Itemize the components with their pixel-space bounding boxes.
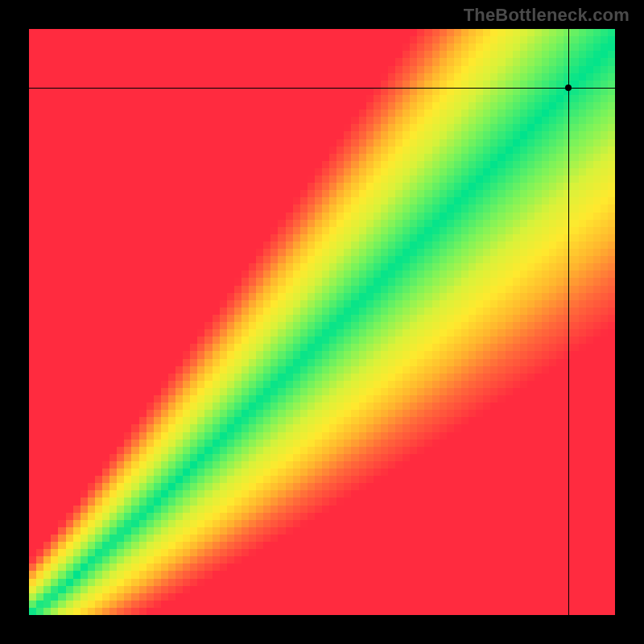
crosshair-horizontal (29, 88, 615, 89)
chart-stage: TheBottleneck.com (0, 0, 644, 644)
marker-point (565, 85, 572, 91)
watermark-text: TheBottleneck.com (464, 5, 630, 26)
crosshair-vertical (568, 29, 569, 615)
plot-area (29, 29, 615, 615)
heatmap-canvas (29, 29, 615, 615)
